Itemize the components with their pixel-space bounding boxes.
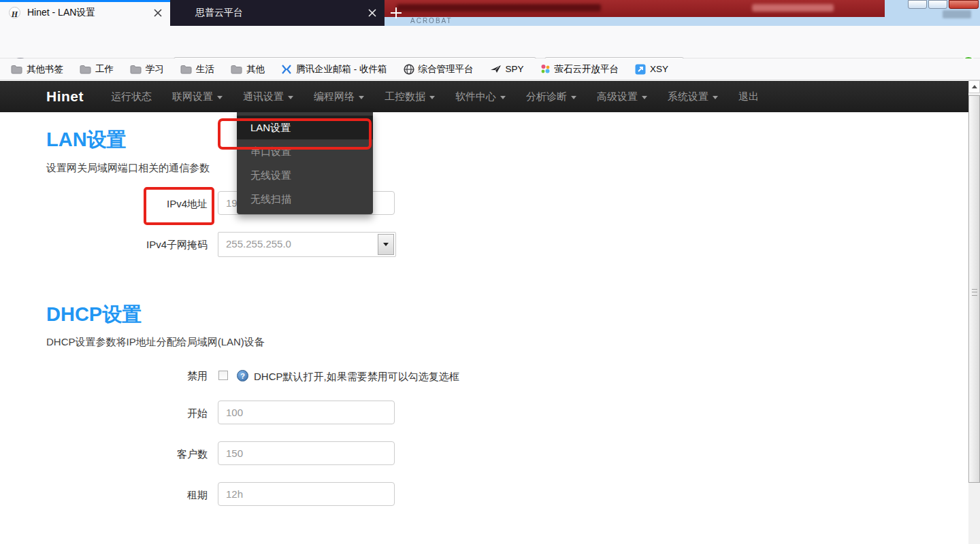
plus-icon	[387, 4, 405, 22]
dropdown-item-serial[interactable]: 串口设置	[237, 139, 373, 163]
chevron-down-icon	[217, 96, 223, 99]
tab-title: Hinet - LAN设置	[27, 7, 95, 19]
help-icon: ?	[237, 370, 248, 381]
dropdown-item-wireless[interactable]: 无线设置	[237, 163, 373, 187]
close-tab-icon[interactable]	[368, 9, 376, 17]
scrollbar-grip	[972, 289, 977, 296]
bookmark-folder-study[interactable]: 学习	[130, 63, 164, 75]
page-content: Hinet 运行状态 联网设置 通讯设置 编程网络 工控数据 软件中心 分析诊断…	[0, 80, 968, 544]
lan-settings-title: LAN设置	[46, 126, 127, 154]
tab-hinet-lan[interactable]: H Hinet - LAN设置	[0, 0, 170, 26]
nav-diagnostics[interactable]: 分析诊断	[526, 90, 576, 103]
bookmark-folder-misc[interactable]: 其他	[231, 63, 265, 75]
acrobat-label: ACROBAT	[410, 17, 453, 24]
blurred-title-text	[752, 4, 834, 12]
dhcp-disable-label: 禁用	[0, 370, 208, 383]
dropdown-item-lan[interactable]: LAN设置	[237, 116, 373, 139]
blurred-title-text	[397, 4, 601, 12]
scrollbar-thumb[interactable]	[968, 95, 980, 483]
chevron-down-icon	[713, 96, 718, 99]
bookmark-folder-other[interactable]: 其他书签	[11, 63, 63, 75]
folder-icon	[130, 65, 142, 74]
tencent-mail-icon	[281, 65, 292, 74]
tab-sipu-cloud[interactable]: 思普云平台	[170, 0, 385, 26]
bg-maximize-button[interactable]	[928, 0, 947, 9]
folder-icon	[231, 65, 242, 74]
site-logo[interactable]: Hinet	[46, 88, 84, 105]
nav-system-settings[interactable]: 系统设置	[668, 90, 718, 103]
background-window-titlebar	[385, 0, 885, 17]
new-tab-button[interactable]	[387, 4, 405, 22]
bookmark-xsy[interactable]: XSY	[635, 64, 668, 75]
nav-programming-network[interactable]: 编程网络	[314, 90, 364, 103]
chevron-down-icon	[288, 96, 293, 99]
bg-minimize-button[interactable]	[908, 0, 927, 9]
active-tab-stripe	[0, 0, 170, 2]
background-window: ACROBAT	[385, 0, 980, 26]
nav-industrial-data[interactable]: 工控数据	[385, 90, 435, 103]
lan-settings-subtitle: 设置网关局域网端口相关的通信参数	[46, 162, 210, 175]
bookmark-spy[interactable]: SPY	[490, 64, 524, 74]
folder-icon	[180, 65, 192, 74]
browser-toolbar: 192.168.9.99/cgi-bin/luci/;stok=027414	[0, 26, 980, 58]
dhcp-settings-subtitle: DHCP设置参数将IP地址分配给局域网(LAN)设备	[46, 336, 265, 349]
chevron-down-icon	[383, 243, 389, 246]
dhcp-disable-checkbox[interactable]	[218, 371, 228, 380]
blue-arrow-square-icon	[635, 64, 646, 75]
tab-bar: H Hinet - LAN设置 思普云平台	[0, 0, 385, 26]
page-scrollbar[interactable]	[968, 80, 980, 544]
ipv4-netmask-label: IPv4子网掩码	[0, 239, 208, 252]
scrollbar-up-button[interactable]	[968, 80, 980, 93]
bookmark-ezviz[interactable]: 萤石云开放平台	[540, 63, 619, 75]
dhcp-start-input[interactable]	[218, 401, 395, 424]
dhcp-lease-input[interactable]	[218, 482, 395, 506]
nav-software-center[interactable]: 软件中心	[455, 90, 506, 103]
folder-icon	[11, 65, 22, 74]
chevron-down-icon	[429, 96, 435, 99]
plane-icon	[490, 64, 502, 74]
dhcp-clients-label: 客户数	[0, 448, 208, 461]
chevron-down-icon	[571, 96, 576, 99]
chevron-down-icon	[642, 96, 647, 99]
hinet-favicon-icon: H	[9, 7, 20, 18]
nav-comm-settings[interactable]: 通讯设置	[243, 90, 293, 103]
chevron-down-icon	[500, 96, 506, 99]
bg-close-button[interactable]	[949, 0, 979, 9]
ezviz-dots-icon	[540, 64, 551, 74]
ipv4-netmask-select[interactable]: 255.255.255.0	[218, 232, 396, 257]
bookmark-mgmt-platform[interactable]: 综合管理平台	[404, 63, 474, 75]
dhcp-clients-input[interactable]	[218, 441, 395, 465]
tab-title: 思普云平台	[195, 7, 243, 19]
dhcp-start-label: 开始	[0, 407, 208, 420]
folder-icon	[80, 65, 91, 74]
dhcp-disable-hint: DHCP默认打开,如果需要禁用可以勾选复选框	[254, 371, 459, 384]
nav-network-settings[interactable]: 联网设置	[172, 90, 223, 103]
bookmarks-bar: 其他书签 工作 学习 生活 其他 腾讯企业邮箱 - 收件箱 综合管理平台	[0, 58, 980, 80]
globe-icon	[404, 64, 414, 75]
comm-settings-dropdown: LAN设置 串口设置 无线设置 无线扫描	[237, 112, 373, 214]
blurred-toolbar-text	[943, 10, 971, 18]
chevron-up-icon	[972, 85, 977, 88]
dhcp-lease-label: 租期	[0, 489, 208, 502]
bookmark-folder-life[interactable]: 生活	[180, 63, 214, 75]
screen: ACROBAT H Hinet - LAN设置 思普云平台	[0, 0, 980, 544]
dropdown-item-wifi-scan[interactable]: 无线扫描	[237, 187, 373, 211]
close-tab-icon[interactable]	[154, 9, 162, 17]
bookmark-tencent-mail[interactable]: 腾讯企业邮箱 - 收件箱	[281, 63, 387, 75]
nav-advanced-settings[interactable]: 高级设置	[597, 90, 647, 103]
dhcp-settings-title: DHCP设置	[46, 301, 142, 328]
bookmark-folder-work[interactable]: 工作	[80, 63, 114, 75]
ipv4-address-label: IPv4地址	[0, 198, 208, 211]
nav-logout[interactable]: 退出	[738, 90, 759, 103]
select-dropdown-button[interactable]	[378, 234, 394, 255]
site-navbar: Hinet 运行状态 联网设置 通讯设置 编程网络 工控数据 软件中心 分析诊断…	[0, 81, 968, 112]
chevron-down-icon	[359, 96, 364, 99]
nav-run-status[interactable]: 运行状态	[111, 90, 152, 103]
